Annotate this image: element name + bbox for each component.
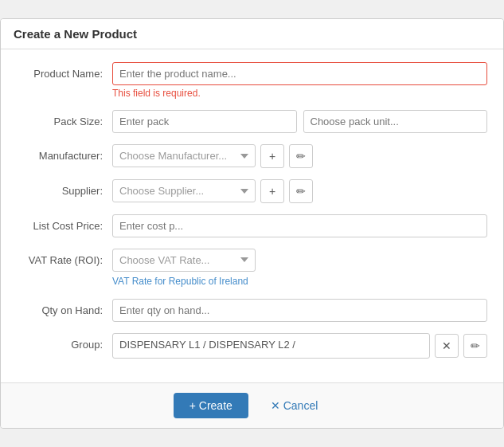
supplier-controls: Choose Supplier... + ✏ bbox=[112, 179, 487, 203]
qty-on-hand-input[interactable] bbox=[112, 299, 487, 322]
pack-enter-input[interactable] bbox=[112, 110, 297, 133]
product-name-label: Product Name: bbox=[17, 62, 112, 80]
modal-title: Create a New Product bbox=[14, 27, 490, 41]
manufacturer-label: Manufacturer: bbox=[17, 144, 112, 162]
create-product-modal: Create a New Product Product Name: This … bbox=[0, 18, 504, 429]
vat-rate-row: VAT Rate (ROI): Choose VAT Rate... VAT R… bbox=[17, 249, 487, 288]
manufacturer-select[interactable]: Choose Manufacturer... bbox=[112, 144, 256, 167]
product-name-input[interactable] bbox=[112, 62, 487, 85]
pack-size-wrap bbox=[112, 110, 487, 133]
product-name-error: This field is required. bbox=[112, 88, 487, 99]
qty-on-hand-label: Qty on Hand: bbox=[17, 299, 112, 316]
manufacturer-edit-button[interactable]: ✏ bbox=[289, 144, 313, 168]
manufacturer-add-button[interactable]: + bbox=[260, 144, 284, 168]
qty-on-hand-row: Qty on Hand: bbox=[17, 299, 487, 322]
qty-on-hand-wrap bbox=[112, 299, 487, 322]
vat-rate-wrap: Choose VAT Rate... VAT Rate for Republic… bbox=[112, 249, 487, 288]
supplier-edit-button[interactable]: ✏ bbox=[289, 179, 313, 203]
pack-unit-input[interactable] bbox=[303, 110, 488, 133]
list-cost-price-label: List Cost Price: bbox=[17, 214, 112, 232]
create-button[interactable]: + Create bbox=[174, 393, 248, 418]
vat-rate-label: VAT Rate (ROI): bbox=[17, 249, 112, 266]
vat-section: Choose VAT Rate... VAT Rate for Republic… bbox=[112, 249, 487, 288]
list-cost-price-row: List Cost Price: bbox=[17, 214, 487, 237]
vat-hint: VAT Rate for Republic of Ireland bbox=[112, 275, 487, 288]
supplier-row: Supplier: Choose Supplier... + ✏ bbox=[17, 179, 487, 203]
supplier-add-button[interactable]: + bbox=[260, 179, 284, 203]
supplier-label: Supplier: bbox=[17, 179, 112, 197]
group-controls: DISPENSARY L1 / DISPENSARY L2 / ✕ ✏ bbox=[112, 333, 487, 359]
list-cost-price-input[interactable] bbox=[112, 214, 487, 237]
group-row: Group: DISPENSARY L1 / DISPENSARY L2 / ✕… bbox=[17, 333, 487, 359]
pack-inputs bbox=[112, 110, 487, 133]
manufacturer-row: Manufacturer: Choose Manufacturer... + ✏ bbox=[17, 144, 487, 168]
group-wrap: DISPENSARY L1 / DISPENSARY L2 / ✕ ✏ bbox=[112, 333, 487, 359]
vat-rate-select[interactable]: Choose VAT Rate... bbox=[112, 249, 256, 272]
group-display: DISPENSARY L1 / DISPENSARY L2 / bbox=[112, 333, 430, 359]
product-name-row: Product Name: This field is required. bbox=[17, 62, 487, 99]
manufacturer-wrap: Choose Manufacturer... + ✏ bbox=[112, 144, 487, 168]
supplier-wrap: Choose Supplier... + ✏ bbox=[112, 179, 487, 203]
pack-size-label: Pack Size: bbox=[17, 110, 112, 127]
group-clear-button[interactable]: ✕ bbox=[435, 334, 459, 358]
modal-header: Create a New Product bbox=[1, 19, 503, 49]
product-name-wrap: This field is required. bbox=[112, 62, 487, 99]
cancel-button[interactable]: ✕ Cancel bbox=[258, 393, 330, 418]
supplier-select[interactable]: Choose Supplier... bbox=[112, 179, 256, 202]
modal-footer: + Create ✕ Cancel bbox=[1, 382, 503, 428]
modal-body: Product Name: This field is required. Pa… bbox=[1, 49, 503, 383]
pack-size-row: Pack Size: bbox=[17, 110, 487, 133]
list-cost-price-wrap bbox=[112, 214, 487, 237]
vat-controls: Choose VAT Rate... bbox=[112, 249, 487, 272]
group-edit-button[interactable]: ✏ bbox=[463, 334, 487, 358]
manufacturer-controls: Choose Manufacturer... + ✏ bbox=[112, 144, 487, 168]
group-label: Group: bbox=[17, 333, 112, 351]
